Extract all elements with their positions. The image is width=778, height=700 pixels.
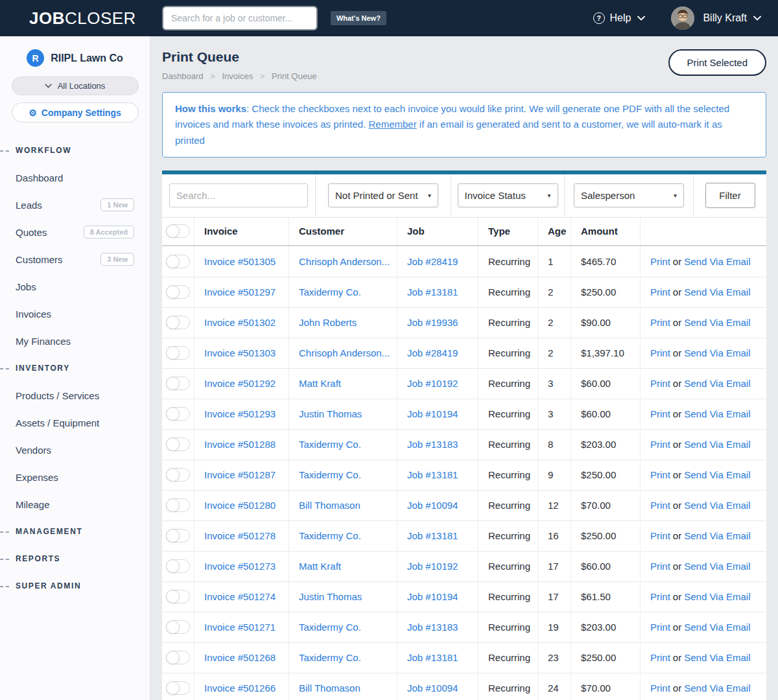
customer-link[interactable]: Taxidermy Co.	[299, 652, 361, 663]
help-menu[interactable]: ? Help	[593, 12, 646, 24]
send-via-email-link[interactable]: Send Via Email	[684, 408, 750, 419]
select-invoice-toggle[interactable]	[166, 529, 190, 542]
section-header-reports[interactable]: REPORTS	[0, 545, 150, 572]
job-link[interactable]: Job #13183	[407, 622, 458, 633]
print-link[interactable]: Print	[650, 408, 670, 419]
invoice-link[interactable]: Invoice #501271	[204, 622, 276, 633]
send-via-email-link[interactable]: Send Via Email	[684, 591, 750, 602]
select-invoice-toggle[interactable]	[166, 681, 190, 695]
select-invoice-toggle[interactable]	[166, 559, 190, 573]
job-link[interactable]: Job #13181	[407, 652, 458, 663]
sidebar-item-mileage[interactable]: Mileage	[0, 491, 150, 518]
job-link[interactable]: Job #10194	[407, 591, 458, 602]
send-via-email-link[interactable]: Send Via Email	[684, 500, 750, 511]
sidebar-item-vendors[interactable]: Vendors	[0, 436, 150, 463]
sidebar-item-jobs[interactable]: Jobs	[0, 273, 150, 300]
select-invoice-toggle[interactable]	[166, 438, 190, 451]
sidebar-item-assets-equipment[interactable]: Assets / Equipment	[0, 409, 150, 436]
customer-link[interactable]: Bill Thomason	[299, 500, 360, 511]
invoice-status-select[interactable]: Invoice Status ▾	[458, 183, 558, 207]
section-header-inventory[interactable]: INVENTORY	[0, 355, 150, 382]
invoice-link[interactable]: Invoice #501305	[204, 256, 276, 267]
sidebar-item-invoices[interactable]: Invoices	[0, 300, 150, 327]
print-link[interactable]: Print	[650, 500, 670, 511]
customer-link[interactable]: Matt Kraft	[299, 561, 341, 572]
customer-link[interactable]: Taxidermy Co.	[299, 439, 361, 450]
send-via-email-link[interactable]: Send Via Email	[684, 652, 750, 663]
customer-link[interactable]: Chrisoph Anderson...	[299, 256, 390, 267]
send-via-email-link[interactable]: Send Via Email	[684, 561, 750, 572]
job-link[interactable]: Job #10194	[407, 408, 458, 419]
whats-new-button[interactable]: What's New?	[331, 11, 386, 25]
invoice-link[interactable]: Invoice #501303	[204, 347, 276, 358]
job-link[interactable]: Job #10094	[407, 500, 458, 511]
invoice-link[interactable]: Invoice #501266	[204, 682, 276, 694]
table-search-input[interactable]	[169, 183, 308, 207]
print-link[interactable]: Print	[650, 530, 670, 541]
sidebar-item-my-finances[interactable]: My Finances	[0, 327, 150, 355]
sidebar-item-customers[interactable]: Customers 3 New	[0, 246, 150, 273]
section-header-super-admin[interactable]: SUPER ADMIN	[0, 572, 150, 600]
print-link[interactable]: Print	[650, 439, 670, 450]
print-selected-button[interactable]: Print Selected	[668, 49, 766, 76]
print-link[interactable]: Print	[650, 591, 670, 602]
print-status-select[interactable]: Not Printed or Sent ▾	[328, 183, 438, 207]
breadcrumb-invoices[interactable]: Invoices	[222, 71, 253, 81]
send-via-email-link[interactable]: Send Via Email	[684, 256, 750, 267]
section-header-workflow[interactable]: WORKFLOW	[0, 137, 150, 164]
filter-button[interactable]: Filter	[705, 183, 755, 208]
invoice-link[interactable]: Invoice #501280	[204, 500, 276, 511]
print-link[interactable]: Print	[650, 256, 670, 267]
select-invoice-toggle[interactable]	[166, 620, 190, 634]
global-search-input[interactable]	[163, 7, 316, 29]
job-link[interactable]: Job #19936	[407, 317, 458, 328]
user-avatar[interactable]	[671, 6, 694, 30]
company-settings-button[interactable]: ⚙ Company Settings	[12, 102, 139, 122]
all-locations-dropdown[interactable]: All Locations	[12, 76, 139, 95]
print-link[interactable]: Print	[650, 561, 670, 572]
section-header-management[interactable]: MANAGEMENT	[0, 518, 150, 545]
select-invoice-toggle[interactable]	[166, 316, 190, 329]
invoice-link[interactable]: Invoice #501273	[204, 561, 276, 572]
invoice-link[interactable]: Invoice #501293	[204, 408, 276, 419]
customer-link[interactable]: Chrisoph Anderson...	[299, 347, 390, 358]
sidebar-item-products-services[interactable]: Products / Services	[0, 382, 150, 409]
job-link[interactable]: Job #13181	[407, 469, 458, 480]
select-invoice-toggle[interactable]	[166, 285, 190, 299]
breadcrumb-dashboard[interactable]: Dashboard	[162, 71, 204, 81]
send-via-email-link[interactable]: Send Via Email	[684, 622, 750, 633]
select-invoice-toggle[interactable]	[166, 590, 190, 603]
job-link[interactable]: Job #13183	[407, 439, 458, 450]
send-via-email-link[interactable]: Send Via Email	[684, 317, 750, 328]
invoice-link[interactable]: Invoice #501292	[204, 378, 276, 389]
select-invoice-toggle[interactable]	[166, 407, 190, 421]
print-link[interactable]: Print	[650, 317, 670, 328]
customer-link[interactable]: Taxidermy Co.	[299, 622, 361, 633]
chevron-down-icon[interactable]	[753, 16, 761, 21]
select-invoice-toggle[interactable]	[166, 255, 190, 268]
print-link[interactable]: Print	[650, 378, 670, 389]
invoice-link[interactable]: Invoice #501274	[204, 591, 276, 602]
job-link[interactable]: Job #13181	[407, 286, 458, 298]
job-link[interactable]: Job #28419	[407, 256, 458, 267]
send-via-email-link[interactable]: Send Via Email	[684, 469, 750, 480]
invoice-link[interactable]: Invoice #501287	[204, 469, 276, 480]
send-via-email-link[interactable]: Send Via Email	[684, 682, 750, 694]
select-invoice-toggle[interactable]	[166, 346, 190, 360]
invoice-link[interactable]: Invoice #501288	[204, 439, 276, 450]
print-link[interactable]: Print	[650, 286, 670, 298]
job-link[interactable]: Job #10192	[407, 378, 458, 389]
send-via-email-link[interactable]: Send Via Email	[684, 378, 750, 389]
user-name[interactable]: Billy Kraft	[703, 12, 747, 24]
customer-link[interactable]: John Roberts	[299, 317, 357, 328]
invoice-link[interactable]: Invoice #501297	[204, 286, 276, 298]
job-link[interactable]: Job #28419	[407, 347, 458, 358]
print-link[interactable]: Print	[650, 652, 670, 663]
invoice-link[interactable]: Invoice #501278	[204, 530, 276, 541]
salesperson-select[interactable]: Salesperson ▾	[574, 183, 684, 207]
invoice-link[interactable]: Invoice #501302	[204, 317, 276, 328]
customer-link[interactable]: Taxidermy Co.	[299, 469, 361, 480]
print-link[interactable]: Print	[650, 622, 670, 633]
print-link[interactable]: Print	[650, 347, 670, 358]
job-link[interactable]: Job #13181	[407, 530, 458, 541]
